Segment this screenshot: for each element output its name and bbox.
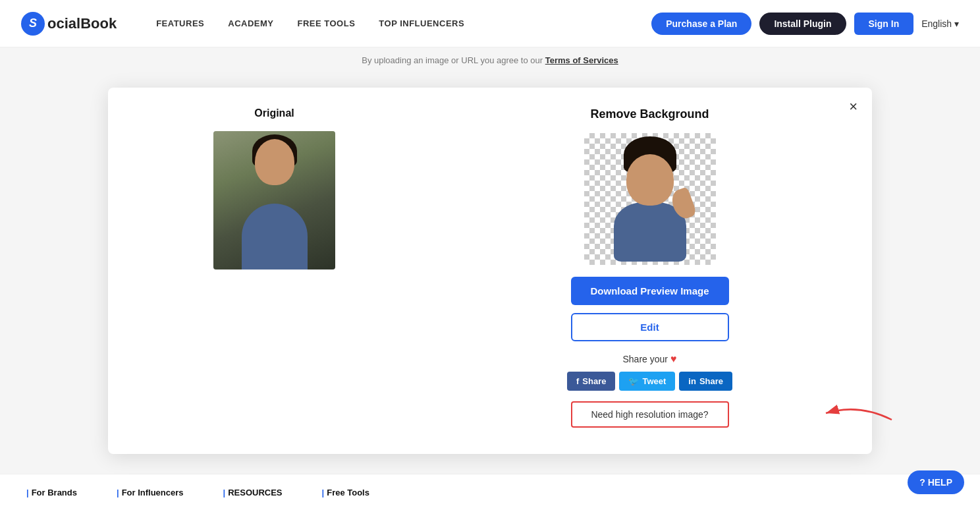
share-text: Share your ♥ [623, 353, 677, 365]
arrow-indicator [819, 400, 898, 429]
person-cutout [607, 136, 693, 265]
nav-right: Purchase a Plan Install Plugin Sign In E… [651, 13, 959, 35]
footer-resources-title: | RESOURCES [223, 488, 283, 497]
nav-free-tools[interactable]: FREE TOOLS [297, 18, 355, 28]
share-twitter-button[interactable]: 🐦 Tweet [619, 372, 675, 391]
sub-header: By uploading an image or URL you agree t… [0, 47, 980, 74]
person-photo [213, 131, 335, 269]
original-image [213, 131, 335, 269]
modal: × Original Remove Background [108, 88, 872, 454]
original-title: Original [254, 107, 294, 119]
footer-resources: | RESOURCES [223, 488, 283, 503]
share-section: Share your ♥ f Share 🐦 Tweet in Share [454, 353, 846, 428]
language-selector[interactable]: English ▾ [921, 18, 959, 29]
edit-button[interactable]: Edit [571, 313, 729, 341]
footer-brands-title: | For Brands [26, 488, 77, 497]
logo[interactable]: S ocialBook [21, 12, 117, 36]
share-facebook-button[interactable]: f Share [567, 372, 615, 391]
help-button[interactable]: ? HELP [908, 470, 964, 494]
cutout-face [626, 154, 674, 206]
main-nav: FEATURES ACADEMY FREE TOOLS TOP INFLUENC… [156, 18, 464, 28]
result-title: Remove Background [590, 107, 709, 121]
download-preview-button[interactable]: Download Preview Image [571, 277, 729, 305]
result-section: Remove Background Download Preview Image… [454, 107, 846, 428]
header: S ocialBook FEATURES ACADEMY FREE TOOLS … [0, 0, 980, 47]
pipe-icon-3: | [223, 488, 226, 497]
twitter-icon: 🐦 [628, 376, 639, 386]
pipe-icon-2: | [117, 488, 119, 497]
pipe-icon-4: | [322, 488, 325, 497]
preview-container [584, 133, 716, 265]
body-shape [242, 204, 308, 269]
high-res-section: Need high resolution image? [454, 401, 846, 428]
tos-text: By uploading an image or URL you agree t… [362, 55, 543, 65]
footer-free-tools: | Free Tools [322, 488, 369, 503]
linkedin-icon: in [688, 376, 696, 386]
tos-link[interactable]: Terms of Services [545, 55, 618, 65]
close-button[interactable]: × [849, 99, 858, 114]
footer: | For Brands | For Influencers | RESOURC… [0, 474, 980, 510]
facebook-icon: f [576, 376, 579, 386]
sign-in-button[interactable]: Sign In [854, 13, 914, 35]
share-buttons: f Share 🐦 Tweet in Share [567, 372, 732, 391]
logo-text: ocialBook [47, 15, 117, 32]
face-shape [255, 139, 294, 185]
original-section: Original [134, 107, 414, 269]
nav-top-influencers[interactable]: TOP INFLUENCERS [379, 18, 464, 28]
high-resolution-button[interactable]: Need high resolution image? [571, 401, 729, 428]
pipe-icon: | [26, 488, 29, 497]
nav-features[interactable]: FEATURES [156, 18, 204, 28]
footer-influencers-title: | For Influencers [117, 488, 184, 497]
footer-for-influencers: | For Influencers [117, 488, 184, 503]
share-linkedin-button[interactable]: in Share [679, 372, 732, 391]
install-plugin-button[interactable]: Install Plugin [759, 13, 846, 35]
nav-academy[interactable]: ACADEMY [228, 18, 273, 28]
logo-icon: S [21, 12, 45, 36]
purchase-plan-button[interactable]: Purchase a Plan [651, 13, 751, 35]
footer-free-tools-title: | Free Tools [322, 488, 369, 497]
main-content: × Original Remove Background [0, 74, 980, 474]
footer-for-brands: | For Brands [26, 488, 77, 503]
heart-icon: ♥ [670, 353, 677, 365]
